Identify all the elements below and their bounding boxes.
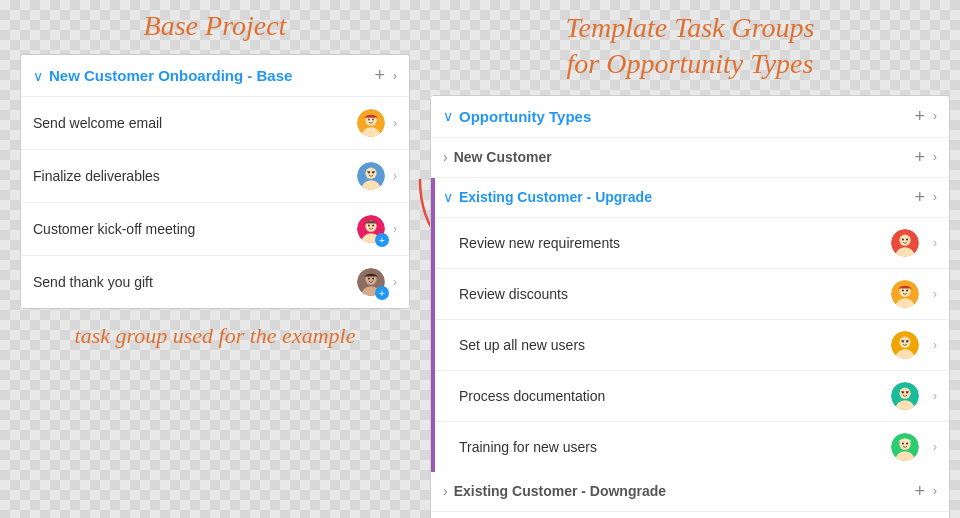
- task-label: Review discounts: [459, 286, 889, 302]
- plus-badge: +: [375, 233, 389, 247]
- avatar-group: +: [355, 266, 387, 298]
- svg-point-31: [902, 289, 904, 291]
- bottom-note: task group used for the example: [20, 321, 410, 352]
- task-label: Process documentation: [459, 388, 889, 404]
- collapse-icon[interactable]: ∨: [443, 189, 453, 205]
- section-row-replacement[interactable]: › Existing Customer - Replacement +: [431, 512, 949, 518]
- svg-point-15: [368, 224, 370, 226]
- task-label: Review new requirements: [459, 235, 889, 251]
- svg-point-41: [899, 387, 910, 398]
- add-icon[interactable]: +: [914, 106, 925, 127]
- right-panel: Template Task Groupsfor Opportunity Type…: [430, 0, 960, 518]
- row-nav-icon[interactable]: ›: [393, 169, 397, 183]
- row-nav-icon[interactable]: ›: [933, 389, 937, 403]
- avatar: [889, 278, 921, 310]
- task-row: Set up all new users ›: [435, 320, 949, 371]
- section-label: Existing Customer - Downgrade: [454, 483, 915, 499]
- avatar: [889, 380, 921, 412]
- section-row-downgrade[interactable]: › Existing Customer - Downgrade + ›: [431, 472, 949, 512]
- task-row: Review discounts ›: [435, 269, 949, 320]
- expand-icon[interactable]: ›: [443, 149, 448, 165]
- add-icon[interactable]: +: [914, 481, 925, 502]
- section-label: Existing Customer - Upgrade: [459, 189, 914, 205]
- nav-icon[interactable]: ›: [933, 150, 937, 164]
- svg-point-6: [365, 168, 376, 179]
- navigate-icon[interactable]: ›: [393, 69, 397, 83]
- task-row: Finalize deliverables: [21, 150, 409, 203]
- svg-point-3: [368, 118, 370, 120]
- row-nav-icon[interactable]: ›: [393, 222, 397, 236]
- task-row: Customer kick-off meeting +: [21, 203, 409, 256]
- svg-rect-11: [372, 171, 376, 172]
- base-project-header[interactable]: ∨ New Customer Onboarding - Base + ›: [21, 55, 409, 97]
- svg-point-4: [372, 118, 374, 120]
- opportunity-types-header[interactable]: ∨ Opportunity Types + ›: [431, 96, 949, 138]
- avatar: [355, 107, 387, 139]
- svg-rect-38: [901, 340, 905, 341]
- header-label: Opportunity Types: [459, 108, 914, 125]
- task-row: Review new requirements ›: [435, 218, 949, 269]
- svg-rect-39: [906, 340, 910, 341]
- expand-icon[interactable]: ›: [443, 483, 448, 499]
- main-container: Base Project ∨ New Customer Onboarding -…: [0, 0, 960, 518]
- svg-point-24: [899, 234, 910, 245]
- svg-point-16: [372, 224, 374, 226]
- task-label: Finalize deliverables: [33, 168, 355, 184]
- svg-rect-45: [901, 391, 905, 392]
- add-icon[interactable]: +: [914, 147, 925, 168]
- svg-rect-10: [367, 171, 371, 172]
- svg-point-32: [906, 289, 908, 291]
- task-label: Customer kick-off meeting: [33, 221, 355, 237]
- row-nav-icon[interactable]: ›: [393, 275, 397, 289]
- nav-icon[interactable]: ›: [933, 190, 937, 204]
- left-title: Base Project: [20, 10, 410, 42]
- avatar: [889, 431, 921, 463]
- svg-point-26: [902, 238, 904, 240]
- task-label: Send welcome email: [33, 115, 355, 131]
- svg-point-27: [906, 238, 908, 240]
- svg-point-34: [899, 336, 910, 347]
- row-nav-icon[interactable]: ›: [933, 287, 937, 301]
- row-nav-icon[interactable]: ›: [933, 236, 937, 250]
- svg-rect-46: [906, 391, 910, 392]
- right-title: Template Task Groupsfor Opportunity Type…: [430, 10, 950, 83]
- avatar: [889, 329, 921, 361]
- collapse-icon[interactable]: ∨: [443, 108, 453, 124]
- add-task-icon[interactable]: +: [374, 65, 385, 86]
- avatar-group: +: [355, 213, 387, 245]
- avatar: [355, 160, 387, 192]
- opportunity-types-box: ∨ Opportunity Types + › › New Customer +…: [430, 95, 950, 518]
- svg-point-51: [906, 442, 908, 444]
- row-nav-icon[interactable]: ›: [933, 338, 937, 352]
- group-title: New Customer Onboarding - Base: [49, 67, 374, 84]
- task-row: Training for new users ›: [435, 422, 949, 472]
- nav-icon[interactable]: ›: [933, 484, 937, 498]
- nav-icon[interactable]: ›: [933, 109, 937, 123]
- avatar-group: [355, 160, 387, 192]
- task-row: Send thank you gift +: [21, 256, 409, 308]
- base-project-box: ∨ New Customer Onboarding - Base + › Sen…: [20, 54, 410, 309]
- left-panel: Base Project ∨ New Customer Onboarding -…: [0, 0, 430, 518]
- task-label: Send thank you gift: [33, 274, 355, 290]
- expanded-section: ∨ Existing Customer - Upgrade + › Review…: [431, 178, 949, 472]
- task-row: Process documentation: [435, 371, 949, 422]
- svg-point-50: [902, 442, 904, 444]
- task-label: Training for new users: [459, 439, 889, 455]
- collapse-chevron-icon[interactable]: ∨: [33, 68, 43, 84]
- row-nav-icon[interactable]: ›: [393, 116, 397, 130]
- avatar: [889, 227, 921, 259]
- task-label: Set up all new users: [459, 337, 889, 353]
- section-row-upgrade[interactable]: ∨ Existing Customer - Upgrade + ›: [435, 178, 949, 218]
- task-row: Send welcome email: [21, 97, 409, 150]
- plus-badge: +: [375, 286, 389, 300]
- section-row-new-customer[interactable]: › New Customer + ›: [431, 138, 949, 178]
- avatar-group: [355, 107, 387, 139]
- add-icon[interactable]: +: [914, 187, 925, 208]
- svg-point-20: [368, 277, 370, 279]
- row-nav-icon[interactable]: ›: [933, 440, 937, 454]
- section-label: New Customer: [454, 149, 915, 165]
- svg-point-21: [372, 277, 374, 279]
